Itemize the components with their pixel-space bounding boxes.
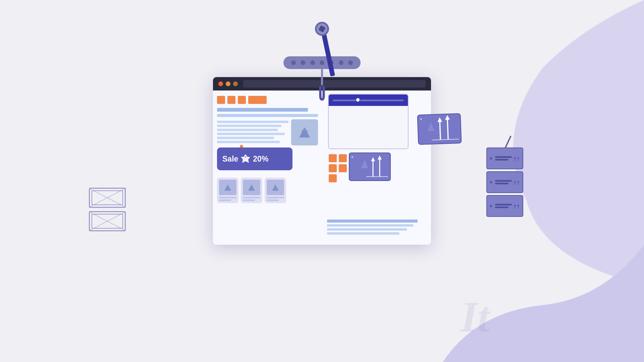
svg-marker-11 [248,184,255,191]
it-background-text: It [461,292,490,342]
svg-marker-12 [272,184,279,191]
crane-joint [315,22,329,36]
chart-widget-right: × [349,153,391,181]
text-lines-left [217,119,288,145]
sale-banner: Sale 20% [217,147,292,170]
box-x-1: × [490,156,492,161]
floating-chart-lifted: × [417,113,462,145]
product-card-2 [241,178,262,203]
sale-text: Sale [222,155,238,164]
left-content-panel: Sale 20% [213,90,322,245]
right-content-panel: × [322,90,431,245]
svg-marker-10 [224,184,231,191]
sale-percent: 20% [253,155,268,164]
orange-grid-right [329,154,347,182]
orange-sq-1 [217,96,225,104]
browser-content: Sale 20% [213,90,431,245]
blue-line-1 [217,108,308,112]
dot-red [218,81,223,86]
svg-line-23 [432,139,459,140]
dot-green [233,81,238,86]
product-card-3 [265,178,286,203]
box-x-3: × [490,203,492,208]
text-image-block [217,119,318,145]
svg-marker-14 [371,157,375,161]
box-x-2: × [490,180,492,185]
svg-line-19 [440,121,440,140]
orange-sq-3 [238,96,246,104]
boxes-right: × ↑↑ × ↑↑ × ↑↑ [486,147,523,217]
widget-titlebar [329,95,408,106]
widget-slider-handle[interactable] [356,98,360,102]
mountain-icon [297,126,312,139]
orange-sq-wide [248,96,267,104]
blue-line-2 [217,114,318,117]
svg-marker-20 [437,117,442,122]
crate-top [89,188,126,208]
orange-squares-row [217,96,318,104]
product-cards-row [217,178,286,203]
lifted-widget [328,94,409,149]
product-card-1 [217,178,238,203]
browser-container: Sale 20% [213,77,431,245]
crates-left [89,188,126,231]
address-bar[interactable] [243,80,426,87]
image-placeholder-main [291,119,318,145]
svg-marker-24 [427,122,434,131]
crane-hook [314,85,330,101]
box-2: × ↑↑ [486,171,523,193]
crate-bottom [89,211,126,231]
box-1: × ↑↑ [486,147,523,169]
widget-slider-track[interactable] [333,100,404,101]
dot-yellow [226,81,230,86]
browser-window[interactable]: Sale 20% [213,77,431,245]
svg-marker-22 [445,115,450,120]
svg-marker-7 [301,127,309,132]
crane-hook-assembly [314,69,330,101]
orange-sq-2 [227,96,235,104]
svg-marker-8 [241,154,250,163]
box-3: × ↑↑ [486,195,523,217]
svg-marker-18 [361,160,368,168]
svg-line-21 [447,118,448,139]
widget-content-area [329,106,408,148]
conveyor-belt [283,56,361,69]
svg-marker-16 [378,156,382,160]
right-bottom-lines [327,220,418,235]
sale-icon [240,154,251,164]
